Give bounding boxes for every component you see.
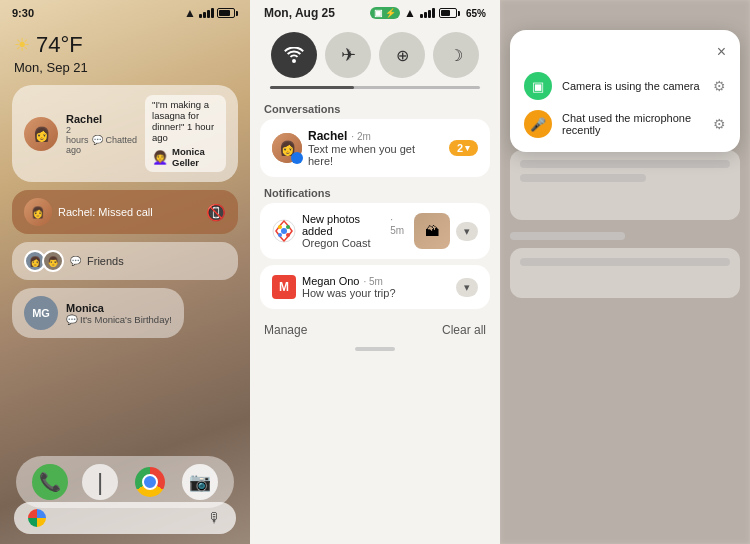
sun-icon: ☀ [14, 34, 30, 56]
rachel-conv-item[interactable]: 👩 Rachel 2 hours ago 💬 Chatted "I'm maki… [24, 95, 226, 172]
friends-icon: 💬 [70, 256, 81, 266]
mic-search-icon[interactable]: 🎙 [208, 510, 222, 526]
weather-temp: 74°F [36, 32, 83, 58]
photos-thumbnail: 🏔 [414, 213, 450, 249]
monica-avatar: MG [24, 296, 58, 330]
camera-privacy-icon: ▣ [524, 72, 552, 100]
weather-widget: ☀ 74°F Mon, Sep 21 [0, 22, 250, 79]
photos-expand-btn[interactable]: ▾ [456, 222, 478, 241]
dark-mode-tile[interactable]: ☽ [433, 32, 479, 78]
mic-settings-btn[interactable]: ⚙ [713, 116, 726, 132]
battery-saver-icon: ⊕ [396, 46, 409, 65]
manage-btn[interactable]: Manage [264, 323, 307, 337]
mic-privacy-icon: 🎤 [524, 110, 552, 138]
status-bar-home: 9:30 ▲ [0, 0, 250, 22]
wifi-tile[interactable] [271, 32, 317, 78]
brightness-bar[interactable] [250, 86, 500, 89]
monica-name: Monica Geller [172, 146, 219, 168]
signal-status [420, 8, 435, 18]
missed-call-avatar: 👩 [24, 198, 52, 226]
svg-point-3 [278, 225, 282, 229]
megan-expand-btn[interactable]: ▾ [456, 278, 478, 297]
bottom-handle [355, 347, 395, 351]
screen-cast-icon: ▣ [374, 8, 383, 18]
megan-expand-arrow: ▾ [464, 281, 470, 293]
rachel-action: Chatted [106, 135, 138, 145]
friends-label: Friends [87, 255, 124, 267]
chrome-dock-icon[interactable] [132, 464, 168, 500]
rachel-notif-avatar: 👩 [272, 133, 302, 163]
conversations-section-label: Conversations [250, 99, 500, 119]
svg-point-6 [278, 233, 282, 237]
megan-sender: Megan Ono [302, 275, 359, 287]
notifications-panel: Mon, Aug 25 ▣ ⚡ ▲ 65% [250, 0, 500, 544]
svg-point-0 [293, 154, 301, 162]
google-search-bar[interactable]: 🎙 [14, 502, 236, 534]
missed-call-text: Rachel: Missed call [58, 206, 198, 218]
google-logo [28, 509, 46, 527]
signal-bars [199, 8, 214, 18]
monica-sub: It's Monica's Birthday! [80, 314, 172, 325]
privacy-panel: × ▣ Camera is using the camera ⚙ 🎤 Chat … [500, 0, 750, 544]
battery-status [439, 8, 460, 18]
camera-privacy-item: ▣ Camera is using the camera ⚙ [524, 72, 726, 100]
rachel-notif-body: Text me when you get here! [308, 143, 443, 167]
rachel-conversation-card[interactable]: 👩 Rachel · 2m Text me when you get here!… [260, 119, 490, 177]
photos-body: Oregon Coast [302, 237, 408, 249]
photos-app-icon [272, 219, 296, 243]
assistant-dock-icon[interactable]: | [82, 464, 118, 500]
dark-mode-icon: ☽ [449, 46, 463, 65]
notifications-section-label: Notifications [250, 183, 500, 203]
phone-dock-icon[interactable]: 📞 [32, 464, 68, 500]
gmail-icon: M [272, 275, 296, 299]
megan-time: · 5m [363, 276, 382, 287]
megan-body: How was your trip? [302, 287, 450, 299]
status-icons-home: ▲ [184, 6, 238, 20]
home-time: 9:30 [12, 7, 34, 19]
battery-pct: 65% [466, 8, 486, 19]
clear-all-btn[interactable]: Clear all [442, 323, 486, 337]
battery-icon [217, 8, 238, 18]
svg-point-4 [286, 225, 290, 229]
rachel-avatar: 👩 [24, 117, 58, 151]
weather-date: Mon, Sep 21 [14, 60, 236, 75]
mic-privacy-text: Chat used the microphone recently [562, 112, 703, 136]
notifications-footer: Manage Clear all [250, 315, 500, 341]
photos-title: New photos added [302, 213, 386, 237]
svg-point-5 [286, 233, 290, 237]
monica-widget-name: Monica [66, 302, 172, 314]
airplane-icon: ✈ [341, 44, 356, 66]
home-screen: 9:30 ▲ ☀ 74°F Mon, Sep 21 [0, 0, 250, 544]
friends-widget[interactable]: 👩 👨 💬 Friends [12, 242, 238, 280]
app-dock: 📞 | 📷 [16, 456, 234, 508]
airplane-tile[interactable]: ✈ [325, 32, 371, 78]
mic-privacy-item: 🎤 Chat used the microphone recently ⚙ [524, 110, 726, 138]
privacy-popup: × ▣ Camera is using the camera ⚙ 🎤 Chat … [510, 30, 740, 152]
notif-date: Mon, Aug 25 [264, 6, 335, 20]
rachel-time: 2 hours ago [66, 125, 89, 155]
missed-call-widget[interactable]: 👩 Rachel: Missed call 📵 [12, 190, 238, 234]
wifi-status-icon: ▲ [404, 6, 416, 20]
messaging-badge [291, 152, 303, 164]
expand-arrow-icon: ▾ [465, 143, 470, 153]
wifi-icon: ▲ [184, 6, 196, 20]
rachel-expand-btn[interactable]: 2 ▾ [449, 140, 478, 156]
megan-notification-card[interactable]: M Megan Ono · 5m How was your trip? ▾ [260, 265, 490, 309]
notif-status-bar: Mon, Aug 25 ▣ ⚡ ▲ 65% [250, 0, 500, 24]
rachel-name: Rachel [66, 113, 137, 125]
conversations-widget[interactable]: 👩 Rachel 2 hours ago 💬 Chatted "I'm maki… [12, 85, 238, 182]
close-popup-btn[interactable]: × [717, 44, 726, 60]
charging-indicator: ▣ ⚡ [370, 7, 400, 19]
friend-avatar-2: 👨 [42, 250, 64, 272]
monica-widget[interactable]: MG Monica 💬 It's Monica's Birthday! [12, 288, 184, 338]
missed-call-icon: 📵 [206, 203, 226, 222]
camera-settings-btn[interactable]: ⚙ [713, 78, 726, 94]
svg-point-2 [281, 228, 287, 234]
photos-notification-card[interactable]: New photos added · 5m Oregon Coast 🏔 ▾ [260, 203, 490, 259]
camera-dock-icon[interactable]: 📷 [182, 464, 218, 500]
photos-time: · 5m [390, 214, 408, 236]
camera-privacy-text: Camera is using the camera [562, 80, 703, 92]
birthday-icon: 💬 [66, 314, 78, 325]
battery-saver-tile[interactable]: ⊕ [379, 32, 425, 78]
rachel-notif-sender: Rachel [308, 129, 347, 143]
